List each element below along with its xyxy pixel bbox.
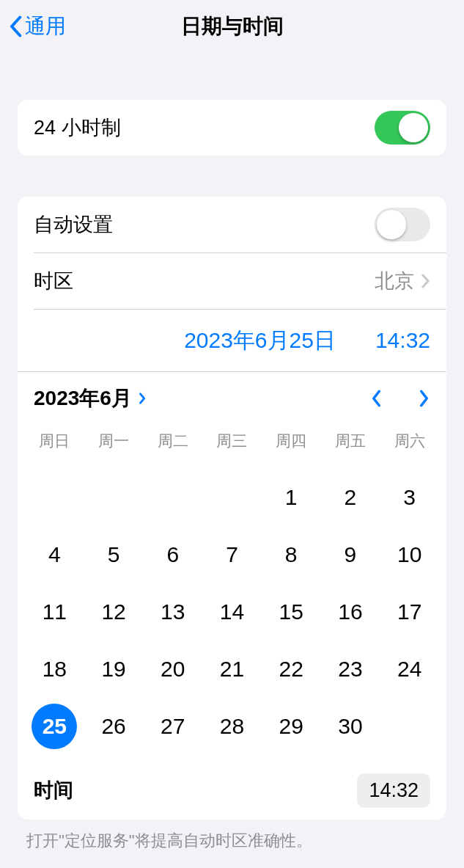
calendar-day[interactable]: 13 xyxy=(143,594,202,630)
calendar-day[interactable]: 5 xyxy=(84,536,144,573)
label-timezone: 时区 xyxy=(34,268,73,294)
current-date[interactable]: 2023年6月25日 xyxy=(184,326,336,356)
switch-24hour[interactable] xyxy=(375,111,430,145)
weekday-label: 周六 xyxy=(380,426,439,457)
weekday-label: 周五 xyxy=(321,426,380,457)
row-timezone[interactable]: 时区 北京 xyxy=(18,253,446,309)
calendar-day[interactable]: 6 xyxy=(143,536,202,573)
calendar-days: 1234567891011121314151617181920212223242… xyxy=(18,479,446,749)
weekday-label: 周三 xyxy=(202,426,262,457)
calendar-day[interactable]: 28 xyxy=(202,708,262,745)
calendar-day[interactable]: 22 xyxy=(262,651,321,688)
calendar-day[interactable]: 20 xyxy=(143,651,202,688)
month-header: 2023年6月 xyxy=(18,372,446,425)
row-current-datetime: 2023年6月25日 14:32 xyxy=(18,310,446,371)
row-24hour: 24 小时制 xyxy=(18,100,446,156)
back-label: 通用 xyxy=(25,12,66,40)
calendar-day[interactable]: 27 xyxy=(143,708,202,745)
calendar-day[interactable]: 19 xyxy=(84,651,144,688)
calendar-day[interactable]: 11 xyxy=(25,594,84,630)
calendar-day[interactable]: 17 xyxy=(380,594,439,630)
page-title: 日期与时间 xyxy=(181,12,284,40)
timezone-value: 北京 xyxy=(375,268,414,294)
switch-autoset[interactable] xyxy=(375,208,430,241)
weekday-label: 周四 xyxy=(262,426,321,457)
row-time: 时间 14:32 xyxy=(18,761,446,820)
month-nav xyxy=(370,389,430,408)
month-picker-button[interactable]: 2023年6月 xyxy=(34,384,147,412)
next-month-button[interactable] xyxy=(419,389,430,408)
weekday-label: 周二 xyxy=(143,426,202,457)
calendar-day[interactable]: 25 xyxy=(25,708,84,745)
calendar-day[interactable]: 15 xyxy=(262,594,321,630)
chevron-right-icon xyxy=(421,274,430,288)
current-time[interactable]: 14:32 xyxy=(375,328,430,353)
calendar-day[interactable]: 21 xyxy=(202,651,262,688)
weekday-label: 周日 xyxy=(25,426,84,457)
row-autoset: 自动设置 xyxy=(18,197,446,252)
calendar-day[interactable]: 1 xyxy=(262,479,321,516)
footer-note: 打开"定位服务"将提高自动时区准确性。 xyxy=(0,820,464,852)
calendar-day[interactable]: 12 xyxy=(84,594,144,630)
calendar-day[interactable]: 7 xyxy=(202,536,262,573)
chevron-left-icon xyxy=(9,15,22,37)
group-24hour: 24 小时制 xyxy=(18,100,446,156)
calendar-day-empty xyxy=(143,479,202,516)
calendar-day[interactable]: 2 xyxy=(321,479,380,516)
calendar-day[interactable]: 24 xyxy=(380,651,439,688)
calendar-day[interactable]: 3 xyxy=(380,479,439,516)
calendar-day[interactable]: 29 xyxy=(262,708,321,745)
calendar-day[interactable]: 4 xyxy=(25,536,84,573)
label-24hour: 24 小时制 xyxy=(34,114,121,141)
calendar-day[interactable]: 16 xyxy=(321,594,380,630)
calendar-day[interactable]: 10 xyxy=(380,536,439,573)
time-label: 时间 xyxy=(34,777,73,803)
prev-month-button[interactable] xyxy=(370,389,382,408)
calendar-day[interactable]: 26 xyxy=(84,708,144,745)
calendar-day[interactable]: 9 xyxy=(321,536,380,573)
calendar-day[interactable]: 18 xyxy=(25,651,84,688)
calendar-day[interactable]: 8 xyxy=(262,536,321,573)
calendar-day-empty xyxy=(25,479,84,516)
time-picker-button[interactable]: 14:32 xyxy=(357,773,430,808)
calendar-day-empty xyxy=(202,479,262,516)
calendar-day[interactable]: 23 xyxy=(321,651,380,688)
calendar-day[interactable]: 14 xyxy=(202,594,262,630)
label-autoset: 自动设置 xyxy=(34,211,113,238)
calendar-day[interactable]: 30 xyxy=(321,708,380,745)
chevron-right-icon xyxy=(138,392,147,405)
back-button[interactable]: 通用 xyxy=(9,12,66,40)
month-title: 2023年6月 xyxy=(34,384,132,412)
group-datetime: 自动设置 时区 北京 2023年6月25日 14:32 2023年6月 xyxy=(18,197,446,820)
weekday-header: 周日周一周二周三周四周五周六 xyxy=(18,426,446,457)
calendar-day-empty xyxy=(84,479,144,516)
header: 通用 日期与时间 xyxy=(0,0,464,51)
weekday-label: 周一 xyxy=(84,426,144,457)
